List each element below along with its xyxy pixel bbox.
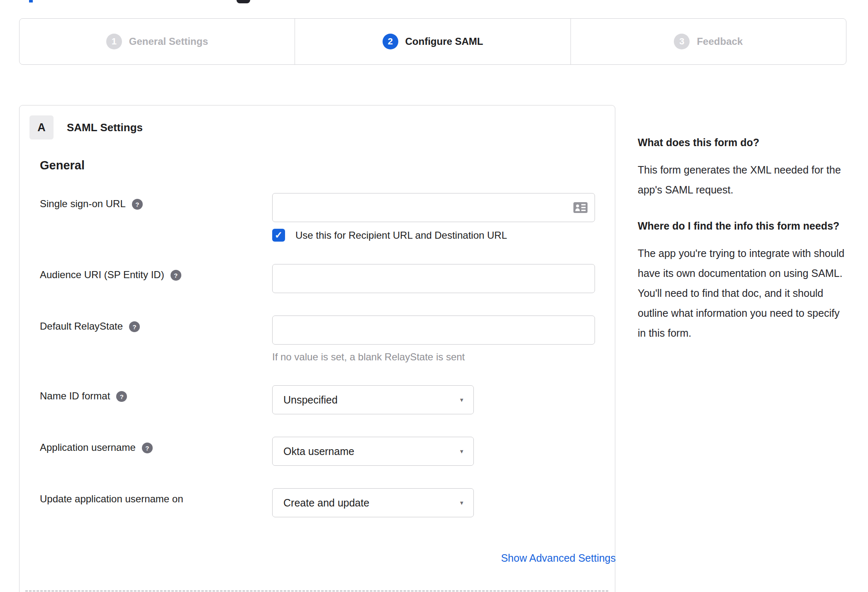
cut-off-tab-indicator bbox=[29, 0, 33, 2]
field-row-single-sign-on-url: Single sign-on URL ? bbox=[40, 193, 615, 242]
select-value: Okta username bbox=[283, 445, 354, 457]
help-icon[interactable]: ? bbox=[142, 443, 153, 453]
contact-card-icon[interactable] bbox=[573, 202, 588, 213]
advanced-settings-row: Show Advanced Settings bbox=[40, 552, 616, 564]
field-row-application-username: Application username ? Okta username ▼ bbox=[40, 437, 615, 466]
field-row-default-relaystate: Default RelayState ? If no value is set,… bbox=[40, 316, 615, 363]
name-id-format-select[interactable]: Unspecified ▼ bbox=[272, 385, 474, 414]
field-label-wrap: Default RelayState ? bbox=[40, 316, 272, 363]
step-feedback[interactable]: 3 Feedback bbox=[571, 19, 846, 64]
field-label-wrap: Name ID format ? bbox=[40, 385, 272, 414]
step-label: General Settings bbox=[129, 36, 208, 47]
show-advanced-settings-link[interactable]: Show Advanced Settings bbox=[501, 552, 616, 564]
field-label-wrap: Single sign-on URL ? bbox=[40, 193, 272, 242]
field-label: Single sign-on URL bbox=[40, 198, 126, 210]
panel-header: A SAML Settings bbox=[29, 115, 615, 139]
help-body: The app you're trying to integrate with … bbox=[638, 243, 845, 343]
field-label-wrap: Update application username on bbox=[40, 488, 272, 517]
saml-form: Single sign-on URL ? bbox=[40, 193, 615, 564]
help-icon[interactable]: ? bbox=[116, 391, 127, 402]
step-configure-saml[interactable]: 2 Configure SAML bbox=[295, 19, 570, 64]
step-number-badge: 1 bbox=[106, 34, 122, 49]
help-block-what: What does this form do? This form genera… bbox=[638, 135, 845, 200]
audience-uri-input[interactable] bbox=[272, 264, 595, 293]
relaystate-hint: If no value is set, a blank RelayState i… bbox=[272, 351, 615, 363]
section-dashed-divider bbox=[25, 590, 608, 592]
panel-title: SAML Settings bbox=[67, 121, 143, 134]
help-block-where: Where do I find the info this form needs… bbox=[638, 218, 845, 343]
general-group-heading: General bbox=[40, 159, 615, 172]
step-general-settings[interactable]: 1 General Settings bbox=[20, 19, 295, 64]
single-sign-on-url-input[interactable] bbox=[272, 193, 595, 222]
field-label: Update application username on bbox=[40, 493, 183, 505]
help-heading: Where do I find the info this form needs… bbox=[638, 218, 845, 233]
chevron-down-icon: ▼ bbox=[459, 397, 464, 403]
field-label: Name ID format bbox=[40, 390, 110, 402]
field-row-audience-uri: Audience URI (SP Entity ID) ? bbox=[40, 264, 615, 293]
help-icon[interactable]: ? bbox=[129, 321, 140, 332]
update-application-username-select[interactable]: Create and update ▼ bbox=[272, 488, 474, 517]
chevron-down-icon: ▼ bbox=[459, 448, 464, 455]
field-row-name-id-format: Name ID format ? Unspecified ▼ bbox=[40, 385, 615, 414]
saml-settings-panel: A SAML Settings General Single sign-on U… bbox=[19, 105, 615, 592]
field-label: Audience URI (SP Entity ID) bbox=[40, 269, 164, 281]
application-username-select[interactable]: Okta username ▼ bbox=[272, 437, 474, 466]
field-label-wrap: Application username ? bbox=[40, 437, 272, 466]
recipient-url-checkbox[interactable]: ✓ bbox=[272, 229, 285, 242]
cut-off-icon-fragment bbox=[237, 0, 250, 3]
default-relaystate-input[interactable] bbox=[272, 316, 595, 345]
section-a-badge: A bbox=[29, 115, 54, 139]
help-icon[interactable]: ? bbox=[132, 199, 143, 210]
checkbox-label[interactable]: Use this for Recipient URL and Destinati… bbox=[295, 230, 507, 241]
step-label: Feedback bbox=[697, 36, 743, 47]
chevron-down-icon: ▼ bbox=[459, 500, 464, 506]
help-body: This form generates the XML needed for t… bbox=[638, 160, 845, 200]
help-icon[interactable]: ? bbox=[171, 270, 181, 281]
recipient-url-checkbox-row: ✓ Use this for Recipient URL and Destina… bbox=[272, 229, 615, 242]
step-number-badge: 2 bbox=[383, 34, 398, 49]
field-label: Application username bbox=[40, 442, 136, 453]
field-label-wrap: Audience URI (SP Entity ID) ? bbox=[40, 264, 272, 293]
select-value: Unspecified bbox=[283, 394, 338, 406]
help-heading: What does this form do? bbox=[638, 135, 845, 150]
wizard-stepper: 1 General Settings 2 Configure SAML 3 Fe… bbox=[19, 18, 846, 65]
step-label: Configure SAML bbox=[405, 36, 483, 47]
field-row-update-application-username: Update application username on Create an… bbox=[40, 488, 615, 517]
field-label: Default RelayState bbox=[40, 320, 123, 332]
select-value: Create and update bbox=[283, 497, 369, 509]
step-number-badge: 3 bbox=[674, 34, 690, 49]
help-sidebar: What does this form do? This form genera… bbox=[638, 135, 845, 343]
